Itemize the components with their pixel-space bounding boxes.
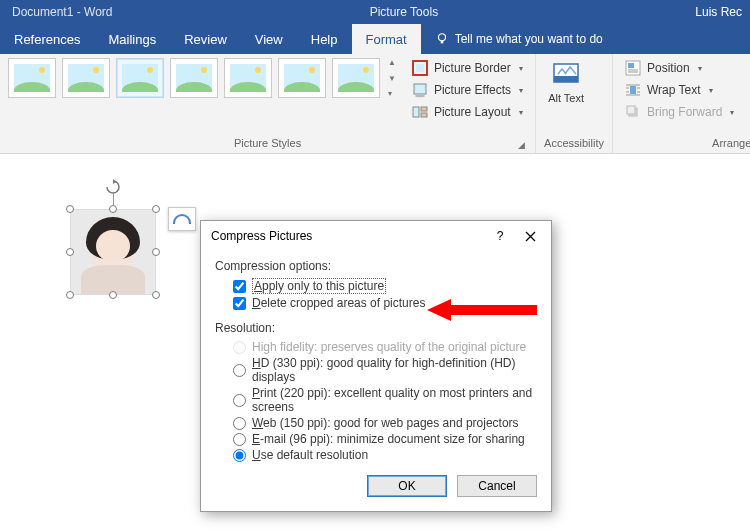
hd-radio[interactable] xyxy=(233,364,246,377)
wrap-text-button[interactable]: Wrap Text▾ xyxy=(621,80,738,100)
picture-effects-icon xyxy=(412,82,428,98)
chevron-down-icon: ▾ xyxy=(709,86,713,95)
picture-effects-button[interactable]: Picture Effects▾ xyxy=(408,80,527,100)
gallery-scroll-up-icon[interactable]: ▲ xyxy=(388,58,396,67)
dialog-launcher-icon[interactable]: ◢ xyxy=(515,139,527,151)
tab-help[interactable]: Help xyxy=(297,24,352,54)
wrap-text-label: Wrap Text xyxy=(647,83,701,97)
position-button[interactable]: Position▾ xyxy=(621,58,738,78)
tell-me-search[interactable]: Tell me what you want to do xyxy=(421,24,603,54)
ok-button[interactable]: OK xyxy=(367,475,447,497)
alt-text-label: Alt Text xyxy=(548,92,584,104)
group-label-arrange: Arrange xyxy=(621,135,750,153)
web-radio[interactable] xyxy=(233,417,246,430)
tab-references[interactable]: References xyxy=(0,24,94,54)
svg-rect-7 xyxy=(421,107,427,111)
chevron-down-icon: ▾ xyxy=(698,64,702,73)
question-icon: ? xyxy=(497,229,504,243)
tab-format[interactable]: Format xyxy=(352,24,421,54)
resize-handle[interactable] xyxy=(66,291,74,299)
picture-style-thumb[interactable] xyxy=(332,58,380,98)
gallery-more-icon[interactable]: ▾ xyxy=(388,89,396,98)
dialog-titlebar[interactable]: Compress Pictures ? xyxy=(201,221,551,251)
picture-layout-button[interactable]: Picture Layout▾ xyxy=(408,102,527,122)
alt-text-button[interactable]: Alt Text xyxy=(544,58,588,104)
annotation-arrow-icon xyxy=(427,297,537,323)
picture-style-thumb[interactable] xyxy=(278,58,326,98)
close-icon xyxy=(525,231,536,242)
bring-forward-label: Bring Forward xyxy=(647,105,722,119)
apply-only-checkbox[interactable] xyxy=(233,280,246,293)
picture-style-thumb[interactable] xyxy=(62,58,110,98)
alt-text-icon xyxy=(551,60,581,90)
picture-effects-label: Picture Effects xyxy=(434,83,511,97)
bring-forward-icon xyxy=(625,104,641,120)
rotate-stem xyxy=(113,193,114,205)
close-button[interactable] xyxy=(515,224,545,248)
high-fidelity-label: High fidelity: preserves quality of the … xyxy=(252,340,526,354)
selected-picture[interactable] xyxy=(70,209,156,295)
resize-handle[interactable] xyxy=(109,205,117,213)
resolution-label: Resolution: xyxy=(215,321,537,335)
layout-options-icon xyxy=(173,214,191,224)
wrap-text-icon xyxy=(625,82,641,98)
resize-handle[interactable] xyxy=(152,205,160,213)
tell-me-label: Tell me what you want to do xyxy=(455,32,603,46)
picture-style-thumb[interactable] xyxy=(116,58,164,98)
picture-style-thumb[interactable] xyxy=(170,58,218,98)
resize-handle[interactable] xyxy=(152,291,160,299)
position-icon xyxy=(625,60,641,76)
svg-marker-29 xyxy=(427,299,537,321)
picture-border-button[interactable]: Picture Border▾ xyxy=(408,58,527,78)
hd-label[interactable]: HD (330 ppi): good quality for high-defi… xyxy=(252,356,537,384)
resize-handle[interactable] xyxy=(66,205,74,213)
print-radio[interactable] xyxy=(233,394,246,407)
default-resolution-label[interactable]: Use default resolution xyxy=(252,448,368,462)
picture-border-label: Picture Border xyxy=(434,61,511,75)
dialog-title: Compress Pictures xyxy=(211,229,485,243)
title-bar: Document1 - Word Picture Tools Luis Rec xyxy=(0,0,750,24)
svg-rect-1 xyxy=(440,41,443,44)
apply-only-label[interactable]: Apply only to this picture xyxy=(252,278,386,294)
resize-handle[interactable] xyxy=(109,291,117,299)
svg-point-5 xyxy=(415,95,425,98)
default-resolution-radio[interactable] xyxy=(233,449,246,462)
group-label-accessibility: Accessibility xyxy=(544,135,604,153)
svg-rect-23 xyxy=(627,106,635,114)
contextual-tab-label: Picture Tools xyxy=(354,5,454,19)
position-label: Position xyxy=(647,61,690,75)
layout-options-button[interactable] xyxy=(168,207,196,231)
cancel-button[interactable]: Cancel xyxy=(457,475,537,497)
help-button[interactable]: ? xyxy=(485,224,515,248)
print-label[interactable]: Print (220 ppi): excellent quality on mo… xyxy=(252,386,537,414)
bring-forward-button[interactable]: Bring Forward▾ xyxy=(621,102,738,122)
ribbon-tabs: References Mailings Review View Help For… xyxy=(0,24,750,54)
web-label[interactable]: Web (150 ppi): good for web pages and pr… xyxy=(252,416,519,430)
lightbulb-icon xyxy=(435,32,449,46)
picture-content xyxy=(70,209,156,295)
group-label-picture-styles: Picture Styles ◢ xyxy=(8,135,527,153)
delete-cropped-checkbox[interactable] xyxy=(233,297,246,310)
chevron-down-icon: ▾ xyxy=(519,108,523,117)
document-title: Document1 - Word xyxy=(0,5,112,19)
svg-rect-8 xyxy=(421,113,427,117)
picture-style-thumb[interactable] xyxy=(8,58,56,98)
picture-border-icon xyxy=(412,60,428,76)
high-fidelity-radio xyxy=(233,341,246,354)
picture-layout-label: Picture Layout xyxy=(434,105,511,119)
email-label[interactable]: E-mail (96 ppi): minimize document size … xyxy=(252,432,525,446)
gallery-scroll-down-icon[interactable]: ▼ xyxy=(388,74,396,83)
chevron-down-icon: ▾ xyxy=(519,64,523,73)
chevron-down-icon: ▾ xyxy=(519,86,523,95)
email-radio[interactable] xyxy=(233,433,246,446)
svg-point-0 xyxy=(438,34,445,41)
delete-cropped-label[interactable]: Delete cropped areas of pictures xyxy=(252,296,425,310)
svg-rect-10 xyxy=(554,76,578,82)
tab-mailings[interactable]: Mailings xyxy=(94,24,170,54)
tab-view[interactable]: View xyxy=(241,24,297,54)
picture-style-thumb[interactable] xyxy=(224,58,272,98)
compress-pictures-dialog: Compress Pictures ? Compression options:… xyxy=(200,220,552,512)
resize-handle[interactable] xyxy=(66,248,74,256)
tab-review[interactable]: Review xyxy=(170,24,241,54)
resize-handle[interactable] xyxy=(152,248,160,256)
